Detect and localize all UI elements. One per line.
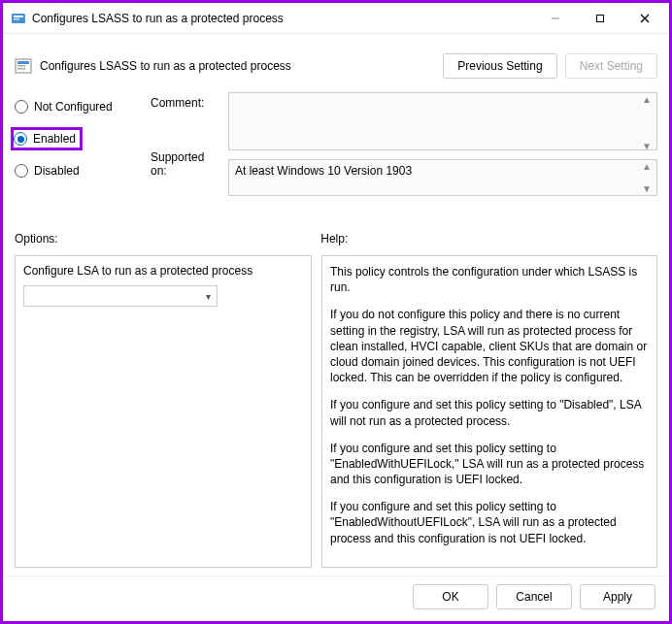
label-column: Comment: Supported on:	[151, 92, 218, 218]
comment-input[interactable]	[228, 92, 657, 150]
policy-icon	[11, 11, 26, 26]
previous-setting-button[interactable]: Previous Setting	[443, 53, 556, 79]
radio-label: Disabled	[34, 164, 80, 178]
svg-rect-2	[14, 18, 19, 20]
cancel-button[interactable]: Cancel	[496, 584, 572, 609]
option-dropdown[interactable]: ▾	[23, 285, 218, 307]
minimize-button[interactable]	[533, 4, 578, 33]
help-p1: This policy controls the configuration u…	[330, 264, 649, 295]
setting-icon	[15, 57, 32, 75]
supported-label: Supported on:	[151, 150, 218, 178]
setting-title: Configures LSASS to run as a protected p…	[40, 59, 291, 73]
panels: Configure LSA to run as a protected proc…	[3, 249, 669, 575]
radio-label: Not Configured	[34, 100, 113, 114]
subheader: Configures LSASS to run as a protected p…	[3, 34, 669, 90]
svg-rect-4	[597, 15, 604, 21]
radio-icon	[14, 132, 27, 146]
radio-disabled[interactable]: Disabled	[15, 164, 141, 178]
help-label: Help:	[320, 232, 657, 246]
scroll-down-icon: ▼	[642, 141, 655, 151]
help-text: This policy controls the configuration u…	[330, 264, 649, 558]
highlight-enabled: Enabled	[11, 127, 83, 150]
scroll-down-icon: ▼	[642, 183, 655, 194]
ok-button[interactable]: OK	[413, 584, 488, 609]
window-title: Configures LSASS to run as a protected p…	[32, 12, 533, 25]
svg-rect-1	[14, 16, 23, 17]
close-button[interactable]	[622, 4, 667, 33]
maximize-button[interactable]	[578, 4, 622, 33]
scroll-up-icon: ▲	[642, 161, 655, 172]
supported-on-box: At least Windows 10 Version 1903	[228, 159, 657, 196]
help-panel: This policy controls the configuration u…	[321, 255, 657, 568]
scroll-up-icon: ▲	[642, 94, 655, 105]
radio-enabled[interactable]: Enabled	[14, 132, 76, 146]
help-p4: If you configure and set this policy set…	[330, 441, 649, 488]
help-p5: If you configure and set this policy set…	[330, 499, 649, 546]
options-label: Options:	[15, 232, 320, 246]
comment-label: Comment:	[151, 96, 218, 110]
apply-button[interactable]: Apply	[580, 584, 655, 609]
radio-icon	[15, 164, 28, 178]
help-p3: If you configure and set this policy set…	[330, 397, 649, 428]
panel-labels: Options: Help:	[3, 226, 669, 249]
svg-rect-9	[17, 65, 25, 67]
option-title: Configure LSA to run as a protected proc…	[23, 264, 303, 278]
svg-rect-10	[17, 68, 25, 70]
next-setting-button: Next Setting	[565, 53, 657, 79]
dialog-footer: OK Cancel Apply	[3, 575, 669, 621]
radio-label: Enabled	[33, 132, 76, 146]
chevron-down-icon: ▾	[206, 291, 211, 302]
help-p2: If you do not configure this policy and …	[330, 307, 649, 385]
state-radio-group: Not Configured Enabled Disabled	[15, 92, 141, 218]
supported-on-text: At least Windows 10 Version 1903	[235, 164, 412, 178]
radio-icon	[15, 100, 28, 114]
radio-not-configured[interactable]: Not Configured	[15, 100, 141, 114]
config-area: Not Configured Enabled Disabled Comment:…	[3, 90, 669, 226]
svg-rect-8	[17, 61, 29, 64]
titlebar: Configures LSASS to run as a protected p…	[3, 3, 669, 34]
options-panel: Configure LSA to run as a protected proc…	[15, 255, 312, 568]
